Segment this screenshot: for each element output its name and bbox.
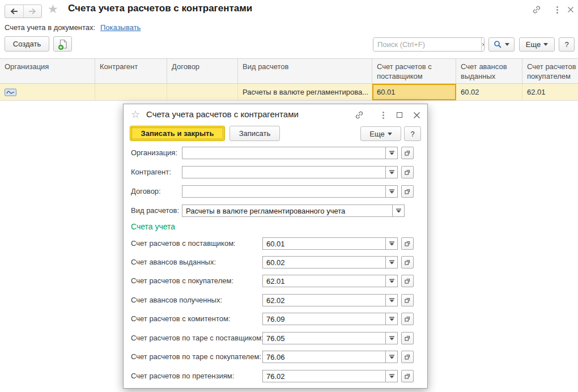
column-header[interactable]: Вид расчетов <box>238 59 372 83</box>
record-icon <box>5 88 16 96</box>
favorite-star-icon[interactable]: ★ <box>48 2 58 16</box>
combo-arrow-icon <box>389 355 394 359</box>
contract-input[interactable] <box>182 186 385 197</box>
settlement-kind-field[interactable] <box>182 204 405 217</box>
dropdown-button[interactable] <box>385 257 397 268</box>
more-label: Еще <box>526 40 541 49</box>
dialog-favorite-star-icon[interactable]: ☆ <box>131 108 140 121</box>
tare-customer-account-open-button[interactable] <box>401 351 414 363</box>
claims-account-input[interactable] <box>263 370 385 382</box>
search-icon <box>494 40 502 49</box>
window-close-button[interactable] <box>566 5 576 15</box>
link-icon <box>532 5 541 14</box>
cell-customer-account[interactable]: 62.01 <box>522 84 578 100</box>
help-button[interactable]: ? <box>559 37 575 52</box>
window-more-button[interactable] <box>552 5 562 15</box>
supplier-account-open-button[interactable] <box>401 237 414 250</box>
tare-customer-account-input[interactable] <box>263 351 385 363</box>
search-box[interactable]: × <box>373 37 484 52</box>
field-label: Счет расчетов с покупателем: <box>131 275 233 287</box>
claims-account-field[interactable] <box>262 370 398 382</box>
advances-issued-account-input[interactable] <box>263 257 385 268</box>
arrow-right-icon <box>28 8 36 15</box>
customer-account-open-button[interactable] <box>401 275 414 287</box>
dropdown-button[interactable] <box>385 275 397 287</box>
claims-account-open-button[interactable] <box>401 370 414 382</box>
cell-supplier-account-selected[interactable]: 60.01 <box>372 84 456 100</box>
dropdown-button[interactable] <box>385 147 397 159</box>
save-button[interactable]: Записать <box>230 126 280 141</box>
cell-contract[interactable] <box>167 84 238 100</box>
dropdown-button[interactable] <box>385 238 397 249</box>
get-link-button[interactable] <box>532 5 542 15</box>
column-header[interactable]: Счет расчетов с покупателем <box>522 59 578 83</box>
supplier-account-input[interactable] <box>263 238 385 249</box>
create-button[interactable]: Создать <box>5 36 49 52</box>
field-label: Счет расчетов по таре с поставщиком: <box>131 332 264 344</box>
docs-show-link[interactable]: Показывать <box>100 23 141 32</box>
consignor-account-open-button[interactable] <box>401 313 414 325</box>
customer-account-field[interactable] <box>262 275 398 287</box>
column-header[interactable]: Договор <box>167 59 238 83</box>
counterparty-open-button[interactable] <box>401 166 414 178</box>
search-input[interactable] <box>373 38 481 51</box>
open-icon <box>404 188 411 195</box>
contract-open-button[interactable] <box>401 185 414 198</box>
open-icon <box>404 150 411 156</box>
consignor-account-field[interactable] <box>262 313 398 325</box>
list-more-button[interactable]: Еще <box>519 37 555 52</box>
forward-button[interactable] <box>24 5 42 18</box>
counterparty-input[interactable] <box>182 167 385 178</box>
dropdown-button[interactable] <box>392 205 404 216</box>
history-nav-group[interactable] <box>5 5 42 18</box>
save-and-close-button[interactable]: Записать и закрыть <box>130 126 225 141</box>
column-header[interactable]: Счет авансов выданных <box>456 59 522 83</box>
column-header[interactable]: Организация <box>0 59 95 83</box>
create-new-document-button[interactable] <box>53 36 72 52</box>
dropdown-button[interactable] <box>385 351 397 363</box>
settlement-kind-input[interactable] <box>182 205 392 216</box>
cell-settlement-kind[interactable]: Расчеты в валюте регламентирова... <box>238 84 372 100</box>
cell-advances-issued-account[interactable]: 60.02 <box>456 84 522 100</box>
advances-received-account-open-button[interactable] <box>401 294 414 306</box>
dropdown-button[interactable] <box>385 313 397 325</box>
dialog-get-link-button[interactable] <box>354 110 364 120</box>
dropdown-button[interactable] <box>385 295 397 306</box>
advances-received-account-field[interactable] <box>262 294 398 306</box>
tare-customer-account-field[interactable] <box>262 351 398 363</box>
dropdown-button[interactable] <box>385 370 397 382</box>
column-header[interactable]: Контрагент <box>95 59 167 83</box>
maximize-icon <box>397 112 402 118</box>
table-row[interactable]: Расчеты в валюте регламентирова... 60.01… <box>0 84 578 101</box>
search-button[interactable] <box>488 37 515 52</box>
open-icon <box>404 335 411 342</box>
advances-issued-account-open-button[interactable] <box>401 256 414 269</box>
open-icon <box>404 373 411 380</box>
tare-supplier-account-open-button[interactable] <box>401 332 414 344</box>
dropdown-button[interactable] <box>385 186 397 197</box>
dialog-close-button[interactable] <box>411 110 422 120</box>
organization-input[interactable] <box>182 147 385 159</box>
dialog-more-menu-button[interactable] <box>378 110 388 120</box>
tare-supplier-account-field[interactable] <box>262 332 398 344</box>
advances-received-account-input[interactable] <box>263 295 385 306</box>
organization-open-button[interactable] <box>401 147 414 159</box>
tare-supplier-account-input[interactable] <box>263 333 385 344</box>
dialog-maximize-button[interactable] <box>394 110 405 120</box>
cell-counterparty[interactable] <box>95 84 167 100</box>
customer-account-input[interactable] <box>263 275 385 287</box>
organization-field[interactable] <box>182 147 398 159</box>
search-clear-button[interactable]: × <box>481 38 484 51</box>
contract-field[interactable] <box>182 185 398 198</box>
advances-issued-account-field[interactable] <box>262 256 398 269</box>
close-icon <box>413 112 420 119</box>
dropdown-button[interactable] <box>385 333 397 344</box>
counterparty-field[interactable] <box>182 166 398 178</box>
column-header[interactable]: Счет расчетов с поставщиком <box>372 59 456 83</box>
dropdown-button[interactable] <box>385 167 397 178</box>
supplier-account-field[interactable] <box>262 237 398 250</box>
consignor-account-input[interactable] <box>263 313 385 325</box>
dialog-help-button[interactable]: ? <box>404 126 421 141</box>
back-button[interactable] <box>5 5 24 18</box>
dialog-more-button[interactable]: Еще <box>360 126 401 141</box>
